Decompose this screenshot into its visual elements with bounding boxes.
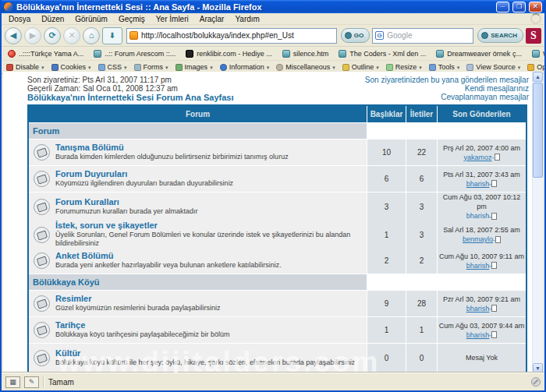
- bookmark-item[interactable]: ..:: Forum Arescom ::...: [94, 50, 176, 58]
- webdev-menu-viewsource[interactable]: View Source: [466, 63, 520, 71]
- stop-button[interactable]: ✕: [63, 27, 80, 44]
- statusbar-console-icon[interactable]: ▦: [5, 376, 20, 388]
- forum-link[interactable]: Tanışma Bölümü: [55, 143, 289, 152]
- go-button[interactable]: GO: [341, 28, 370, 43]
- chevron-down-icon: [376, 63, 379, 71]
- webdev-menu-information[interactable]: Information: [220, 63, 270, 71]
- search-placeholder: Google: [387, 31, 412, 40]
- bookmark-item[interactable]: Dreamweaver örnek ç...: [436, 50, 522, 58]
- statusbar-edit-icon[interactable]: ✎: [24, 376, 39, 388]
- bookmark-item[interactable]: silence.htm: [282, 50, 329, 58]
- menu-yardim[interactable]: Yardım: [229, 15, 265, 23]
- webdev-menu-tools[interactable]: Tools: [429, 63, 460, 71]
- header-forum: Forum: [29, 106, 367, 122]
- last-post-cell: Pts Arl 31, 2007 3:43 am bharish: [438, 166, 526, 192]
- search-button[interactable]: SEARCH: [477, 28, 523, 43]
- webdev-menu-cookies[interactable]: Cookies: [51, 63, 91, 71]
- last-post-user-link[interactable]: yakamoz: [463, 153, 491, 162]
- forum-row: Kültür Bölükkaya köyü kültürü ile her şe…: [29, 344, 526, 372]
- last-post-user-link[interactable]: bharish: [466, 261, 490, 270]
- latest-post-icon[interactable]: [495, 236, 501, 243]
- forum-link[interactable]: Anket Bölümü: [55, 252, 282, 260]
- link-own-posts[interactable]: Kendi mesajlarınız: [365, 84, 529, 93]
- download-manager-button[interactable]: ⬇: [102, 27, 122, 44]
- forum-status-icon: [34, 322, 50, 338]
- bookmark-item[interactable]: Webmaster Sitesi - w...: [532, 50, 544, 58]
- latest-post-icon[interactable]: [491, 262, 497, 269]
- bookmark-item[interactable]: ..::::Türkçe Yama A...: [8, 50, 83, 58]
- webdev-menu-resize[interactable]: Resize: [386, 63, 422, 71]
- last-post-user-link[interactable]: bharish: [466, 304, 490, 313]
- latest-post-icon[interactable]: [491, 331, 497, 338]
- extension-logo-icon[interactable]: S: [526, 28, 541, 44]
- posts-count: 28: [406, 291, 437, 316]
- forum-link[interactable]: Resimler: [55, 295, 221, 303]
- forum-row: Anket Bölümü Burada yeni anketler hazırl…: [29, 248, 526, 274]
- forum-link[interactable]: Forum Kuralları: [55, 198, 198, 207]
- bookmark-icon: [436, 50, 444, 58]
- visit-info: Son ziyaretiniz: Pts Arl 31, 2007 11:17 …: [27, 76, 233, 102]
- topics-count: 3: [367, 192, 406, 221]
- latest-post-icon[interactable]: [491, 180, 497, 187]
- category-link[interactable]: Bölükkaya Köyü: [29, 274, 367, 290]
- window-title: Bölükkaya'nın İnternetteki Sesi :: Ana S…: [16, 2, 493, 12]
- view-source-icon: [466, 64, 473, 71]
- restore-button[interactable]: [512, 2, 526, 12]
- menu-gecmis[interactable]: Geçmiş: [113, 15, 151, 23]
- chevron-down-icon: [41, 63, 44, 71]
- bookmark-icon: [339, 50, 346, 58]
- last-post-cell: Cum Ağu 03, 2007 9:44 am bharish: [438, 317, 526, 343]
- search-input[interactable]: G Google: [372, 28, 473, 44]
- topics-count: 0: [367, 344, 406, 372]
- bookmark-item[interactable]: The Coders - Xml den ...: [339, 50, 426, 58]
- last-post-date: Cum Ağu 03, 2007 9:44 am: [439, 321, 525, 330]
- topics-count: 2: [367, 248, 406, 274]
- address-bar[interactable]: http://localhost/bolukkaya/index.php#en_…: [126, 28, 337, 44]
- site-favicon: [129, 31, 138, 40]
- link-new-posts[interactable]: Son ziyaretinizden bu yana gönderilen me…: [365, 76, 529, 84]
- vertical-scrollbar[interactable]: ▲ ▼: [532, 72, 543, 373]
- menu-yerimleri[interactable]: Yer İmleri: [151, 15, 194, 23]
- minimize-button[interactable]: [496, 2, 509, 12]
- scrollbar-thumb[interactable]: [533, 83, 543, 178]
- forward-button[interactable]: ▶: [24, 27, 41, 44]
- adblock-status-icon[interactable]: [531, 377, 541, 387]
- last-post-cell: Cum Ağu 03, 2007 10:12 pm bharish: [438, 192, 526, 221]
- url-text[interactable]: http://localhost/bolukkaya/index.php#en_…: [141, 31, 294, 40]
- last-post-user-link[interactable]: bharish: [466, 179, 490, 189]
- webdev-menu-images[interactable]: Images: [176, 63, 213, 71]
- scroll-up-icon[interactable]: ▲: [533, 72, 543, 82]
- menu-araclar[interactable]: Araçlar: [194, 15, 230, 23]
- back-button[interactable]: ◀: [5, 27, 22, 44]
- topics-count: 1: [367, 219, 406, 250]
- forum-link[interactable]: İstek, sorun ve şikayetler: [55, 221, 363, 230]
- latest-post-icon[interactable]: [491, 305, 497, 312]
- last-post-user-link[interactable]: benmaylo: [463, 235, 493, 244]
- link-unanswered-posts[interactable]: Cevaplanmayan mesajlar: [365, 93, 529, 101]
- menu-gorunum[interactable]: Görünüm: [69, 15, 113, 23]
- posts-count: 0: [406, 344, 437, 372]
- webdev-menu-options[interactable]: Options: [527, 63, 544, 71]
- forum-link[interactable]: Kültür: [55, 349, 355, 358]
- latest-post-icon[interactable]: [495, 154, 500, 161]
- close-button[interactable]: [529, 2, 542, 12]
- forum-link[interactable]: Forum Duyuruları: [55, 170, 233, 178]
- webdev-menu-css[interactable]: CSS: [98, 63, 127, 71]
- topics-count: 6: [367, 166, 406, 192]
- menu-dosya[interactable]: Dosya: [3, 15, 36, 23]
- category-link[interactable]: Forum: [29, 123, 367, 139]
- reload-button[interactable]: ⟳: [44, 27, 61, 44]
- webdev-menu-disable[interactable]: Disable: [6, 63, 44, 71]
- last-post-user-link[interactable]: bharish: [466, 330, 490, 340]
- forum-description: Burada kimden kimlerden olduğunuzu belir…: [55, 153, 289, 161]
- bookmark-item[interactable]: renklibir.com - Hediye ...: [186, 50, 272, 58]
- webdev-menu-forms[interactable]: Forms: [134, 63, 168, 71]
- latest-post-icon[interactable]: [491, 213, 497, 220]
- home-button[interactable]: ⌂: [83, 27, 100, 44]
- webdev-menu-miscellaneous[interactable]: Miscellaneous: [276, 63, 335, 71]
- posts-count: 2: [406, 248, 437, 274]
- forum-link[interactable]: Tarihçe: [55, 321, 230, 330]
- menu-duzen[interactable]: Düzen: [36, 15, 69, 23]
- webdev-menu-outline[interactable]: Outline: [342, 63, 379, 71]
- images-icon: [176, 64, 183, 71]
